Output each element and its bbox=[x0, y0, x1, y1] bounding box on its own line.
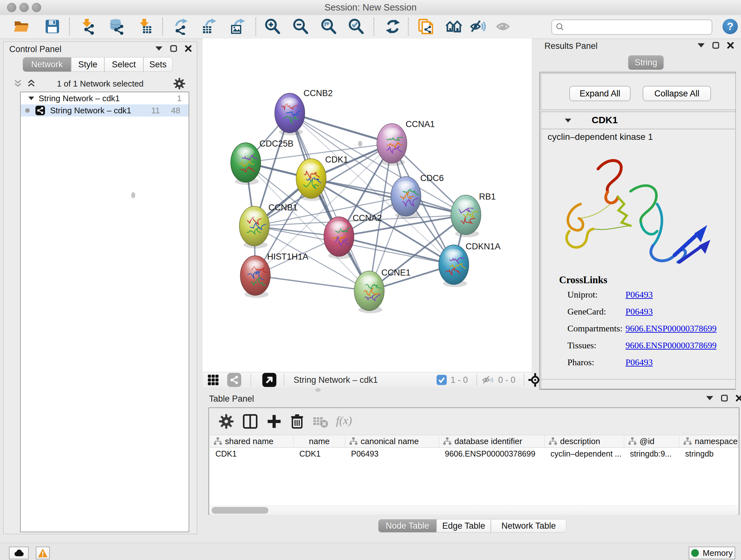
column-header-canonical-name[interactable]: canonical name bbox=[345, 435, 439, 447]
tab-style[interactable]: Style bbox=[71, 57, 105, 72]
save-session-icon[interactable] bbox=[44, 18, 61, 35]
refresh-view-icon[interactable] bbox=[385, 18, 401, 35]
import-network-database-icon[interactable] bbox=[108, 18, 125, 35]
network-view-mode-icon[interactable] bbox=[227, 373, 241, 387]
search-input[interactable] bbox=[565, 21, 712, 33]
export-table-icon[interactable] bbox=[201, 18, 218, 35]
show-visibility-icon[interactable] bbox=[495, 18, 512, 35]
birdseye-view-icon[interactable] bbox=[262, 373, 276, 387]
crosslink-link[interactable]: P06493 bbox=[625, 357, 653, 368]
network-collection-row[interactable]: String Network – cdk1 1 bbox=[21, 92, 189, 105]
table-row[interactable]: CDK1CDK1P064939606.ENSP00000378699cyclin… bbox=[210, 448, 738, 460]
export-network-icon[interactable] bbox=[172, 18, 189, 35]
houses-icon[interactable] bbox=[446, 18, 462, 35]
table-cell[interactable]: P06493 bbox=[345, 448, 439, 460]
gear-icon[interactable] bbox=[173, 78, 185, 90]
tab-network[interactable]: Network bbox=[23, 57, 71, 72]
tab-network-table[interactable]: Network Table bbox=[491, 519, 566, 533]
crosslink-link[interactable]: P06493 bbox=[625, 290, 653, 300]
network-node-RB1[interactable] bbox=[451, 195, 481, 237]
delete-table-icon[interactable] bbox=[313, 414, 328, 429]
crosslink-label: Pharos: bbox=[567, 357, 594, 368]
crosslink-link[interactable]: P06493 bbox=[625, 307, 653, 317]
panel-menu-icon[interactable] bbox=[155, 46, 162, 51]
gene-section-header[interactable]: CDK1 bbox=[541, 112, 735, 129]
grid-view-icon[interactable] bbox=[207, 374, 219, 386]
network-canvas[interactable]: CCNB2CCNA1CDC25BCDK1CDC6RB1CCNB1CCNA2CDK… bbox=[203, 39, 532, 372]
table-cell[interactable]: cyclin–dependent ... bbox=[545, 448, 624, 460]
panel-menu-icon[interactable] bbox=[706, 396, 713, 400]
section-expander-icon[interactable] bbox=[565, 118, 571, 123]
create-column-icon[interactable] bbox=[266, 414, 282, 429]
cloud-button[interactable] bbox=[9, 547, 29, 559]
scrollbar-thumb[interactable] bbox=[212, 507, 268, 514]
network-node-HIST1H1A[interactable] bbox=[240, 256, 270, 298]
table-settings-gear-icon[interactable] bbox=[219, 414, 234, 429]
bar-divider bbox=[524, 374, 524, 386]
tab-sets[interactable]: Sets bbox=[143, 57, 173, 72]
tree-expander-icon[interactable] bbox=[28, 97, 34, 100]
column-header--id[interactable]: @id bbox=[624, 435, 679, 447]
network-node-CDKN1A[interactable] bbox=[439, 245, 469, 287]
network-node-CCNB2[interactable] bbox=[275, 93, 305, 135]
network-node-CCNB1[interactable] bbox=[239, 206, 269, 248]
column-header-database-identifier[interactable]: database identifier bbox=[439, 435, 545, 447]
panel-menu-icon[interactable] bbox=[697, 43, 704, 48]
node-label-HIST1H1A: HIST1H1A bbox=[267, 252, 308, 261]
search-field[interactable] bbox=[551, 19, 712, 35]
crosslink-link[interactable]: 9606.ENSP00000378699 bbox=[625, 340, 717, 351]
panel-close-icon[interactable] bbox=[185, 45, 192, 52]
splitter-handle[interactable] bbox=[358, 141, 362, 147]
column-header-shared-name[interactable]: shared name bbox=[210, 435, 293, 447]
warning-button[interactable] bbox=[36, 547, 50, 559]
collapse-all-button[interactable]: Collapse All bbox=[643, 86, 711, 101]
tab-string[interactable]: String bbox=[628, 55, 664, 70]
tab-select[interactable]: Select bbox=[105, 57, 143, 72]
network-edge-CCNB2-CCNA1[interactable] bbox=[290, 113, 392, 143]
search-icon bbox=[555, 22, 565, 32]
help-button[interactable]: ? bbox=[723, 19, 738, 34]
export-image-icon[interactable] bbox=[230, 18, 246, 35]
function-builder-icon[interactable]: f(x) bbox=[336, 414, 352, 427]
panel-float-icon[interactable] bbox=[712, 42, 719, 49]
zoom-fit-icon[interactable] bbox=[320, 18, 337, 35]
hide-visibility-icon[interactable] bbox=[470, 18, 486, 35]
column-header-description[interactable]: description bbox=[545, 435, 624, 447]
column-header-name[interactable]: name bbox=[293, 435, 345, 447]
splitter-handle[interactable] bbox=[315, 388, 321, 392]
delete-column-icon[interactable] bbox=[289, 414, 305, 429]
memory-button[interactable]: Memory bbox=[689, 547, 735, 559]
table-cell[interactable]: CDK1 bbox=[293, 448, 345, 460]
network-node-CCNA1[interactable] bbox=[377, 124, 407, 166]
network-row[interactable]: String Network – cdk1 11 48 bbox=[21, 105, 189, 117]
splitter-handle[interactable] bbox=[131, 192, 135, 198]
tab-node-table[interactable]: Node Table bbox=[378, 519, 436, 533]
network-node-CDC25B[interactable] bbox=[231, 143, 261, 185]
zoom-selected-icon[interactable] bbox=[348, 18, 364, 35]
network-node-CCNE1[interactable] bbox=[354, 271, 384, 313]
table-cell[interactable]: CDK1 bbox=[210, 448, 293, 460]
zoom-out-icon[interactable] bbox=[292, 18, 309, 35]
panel-close-icon[interactable] bbox=[736, 395, 741, 401]
open-file-icon[interactable] bbox=[13, 18, 30, 35]
import-table-file-icon[interactable] bbox=[137, 18, 153, 35]
panel-close-icon[interactable] bbox=[727, 42, 734, 49]
tab-edge-table[interactable]: Edge Table bbox=[436, 519, 491, 533]
panel-float-icon[interactable] bbox=[170, 45, 177, 52]
column-header-namespace[interactable]: namespace bbox=[679, 435, 738, 447]
node-label-CDC6: CDC6 bbox=[420, 173, 444, 183]
panel-float-icon[interactable] bbox=[721, 395, 728, 401]
zoom-in-icon[interactable] bbox=[264, 18, 281, 35]
table-cell[interactable]: 9606.ENSP00000378699 bbox=[439, 448, 545, 460]
table-cell[interactable]: stringdb bbox=[679, 448, 738, 460]
table-cell[interactable]: stringdb:9... bbox=[624, 448, 679, 460]
network-edge-CCNB2-CCNE1[interactable] bbox=[290, 113, 369, 291]
horizontal-scrollbar[interactable] bbox=[210, 506, 738, 515]
selected-checkbox-icon[interactable] bbox=[436, 375, 447, 385]
import-network-file-icon[interactable] bbox=[79, 18, 96, 35]
copy-network-icon[interactable] bbox=[417, 18, 434, 35]
network-edge-HIST1H1A-CCNE1[interactable] bbox=[255, 275, 369, 291]
show-columns-icon[interactable] bbox=[243, 414, 258, 429]
crosslink-link[interactable]: 9606.ENSP00000378699 bbox=[625, 323, 717, 334]
expand-all-button[interactable]: Expand All bbox=[569, 86, 630, 101]
